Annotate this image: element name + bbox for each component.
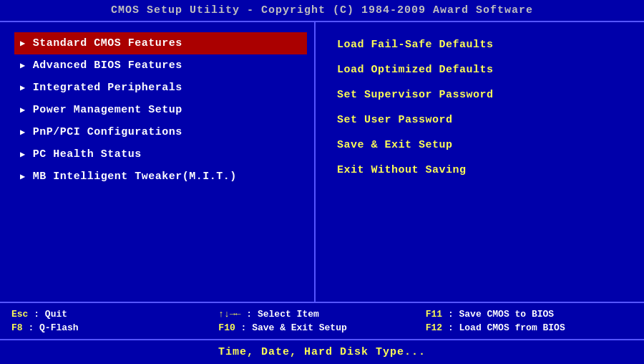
left-menu-label-2: Integrated Peripherals [33,82,182,94]
status-col-2-2: F10 : Save & Exit Setup [218,322,425,333]
status-bar: Esc : Quit ↑↓→← : Select Item F11 : Save… [0,302,644,339]
left-menu-label-3: Power Management Setup [33,104,182,116]
val-select-item: Select Item [258,309,319,320]
left-menu-item-3[interactable]: ▶Power Management Setup [14,99,307,121]
status-col-2-1: F8 : Q-Flash [11,322,218,333]
val-quit: Quit [45,309,67,320]
left-menu-item-1[interactable]: ▶Advanced BIOS Features [14,54,307,77]
footer-text: Time, Date, Hard Disk Type... [218,346,426,358]
status-row-2: F8 : Q-Flash F10 : Save & Exit Setup F12… [11,322,633,333]
right-menu-item-2[interactable]: Set Supervisor Password [337,82,630,107]
status-col-1-3: F11 : Save CMOS to BIOS [426,309,633,320]
left-menu-item-0[interactable]: ▶Standard CMOS Features [14,32,307,54]
status-col-1-1: Esc : Quit [11,309,218,320]
status-row-1: Esc : Quit ↑↓→← : Select Item F11 : Save… [11,309,633,320]
sep-2-3: : [448,322,459,333]
key-f12: F12 [426,322,442,333]
right-menu-item-5[interactable]: Exit Without Saving [337,158,630,183]
left-menu-item-5[interactable]: ▶PC Health Status [14,143,307,166]
right-menu-item-1[interactable]: Load Optimized Defaults [337,57,630,82]
key-f8: F8 [11,322,23,333]
arrow-icon-2: ▶ [20,82,26,93]
key-arrows: ↑↓→← [218,309,240,320]
val-load-cmos: Load CMOS from BIOS [459,322,565,333]
sep-1-3: : [448,309,459,320]
key-esc: Esc [11,309,28,320]
left-menu-label-1: Advanced BIOS Features [33,59,182,72]
val-save-exit: Save & Exit Setup [252,322,347,333]
title-text: CMOS Setup Utility - Copyright (C) 1984-… [111,4,533,16]
left-menu-label-5: PC Health Status [33,148,142,161]
title-bar: CMOS Setup Utility - Copyright (C) 1984-… [0,0,644,22]
right-menu-item-4[interactable]: Save & Exit Setup [337,133,630,158]
left-menu-label-4: PnP/PCI Configurations [33,126,182,138]
right-menu-item-3[interactable]: Set User Password [337,107,630,133]
sep-1-1: : [34,309,45,320]
sep-2-2: : [241,322,253,333]
key-f10: F10 [218,322,235,333]
key-f11: F11 [426,309,442,320]
footer-bar: Time, Date, Hard Disk Type... [0,339,644,364]
arrow-icon-4: ▶ [20,127,26,138]
left-menu-item-2[interactable]: ▶Integrated Peripherals [14,77,307,99]
status-col-1-2: ↑↓→← : Select Item [218,309,425,320]
left-panel: ▶Standard CMOS Features▶Advanced BIOS Fe… [0,22,316,302]
left-menu-label-0: Standard CMOS Features [33,37,182,49]
val-save-cmos: Save CMOS to BIOS [459,309,554,320]
sep-1-2: : [246,309,258,320]
sep-2-1: : [28,322,39,333]
left-menu-label-6: MB Intelligent Tweaker(M.I.T.) [33,171,237,183]
val-qflash: Q-Flash [39,322,79,333]
main-area: ▶Standard CMOS Features▶Advanced BIOS Fe… [0,22,644,302]
left-menu-item-6[interactable]: ▶MB Intelligent Tweaker(M.I.T.) [14,166,307,188]
right-menu-item-0[interactable]: Load Fail-Safe Defaults [337,32,630,57]
arrow-icon-0: ▶ [20,38,26,49]
arrow-icon-5: ▶ [20,149,26,160]
right-panel: Load Fail-Safe DefaultsLoad Optimized De… [316,22,644,302]
left-menu-item-4[interactable]: ▶PnP/PCI Configurations [14,121,307,143]
arrow-icon-3: ▶ [20,105,26,115]
arrow-icon-6: ▶ [20,171,26,182]
arrow-icon-1: ▶ [20,60,26,71]
status-col-2-3: F12 : Load CMOS from BIOS [426,322,633,333]
